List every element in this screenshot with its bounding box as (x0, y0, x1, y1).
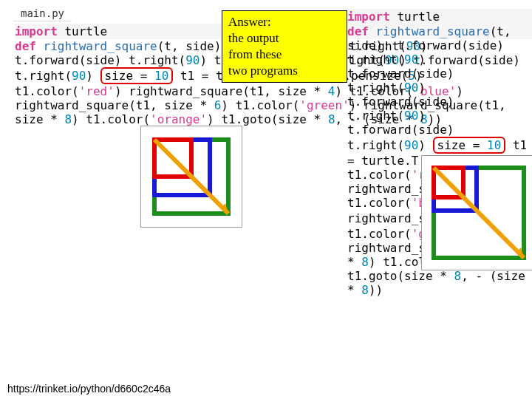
turtle-output-right (421, 155, 532, 270)
turtle-output-left (140, 126, 242, 228)
file-tab[interactable]: main.py (13, 6, 72, 21)
answer-line-4: two programs (228, 63, 341, 79)
size-highlight-left: size = 10 (100, 67, 174, 84)
turtle-svg-right (428, 162, 530, 264)
answer-line-1: Answer: (228, 14, 341, 30)
answer-line-3: from these (228, 47, 341, 63)
turtle-svg-left (147, 132, 236, 221)
answer-line-2: the output (228, 30, 341, 47)
source-url: https://trinket.io/python/d660c2c46a (7, 383, 171, 395)
size-highlight-right-1: size = 10 (433, 137, 506, 154)
answer-callout: Answer: the output from these two progra… (222, 10, 347, 83)
